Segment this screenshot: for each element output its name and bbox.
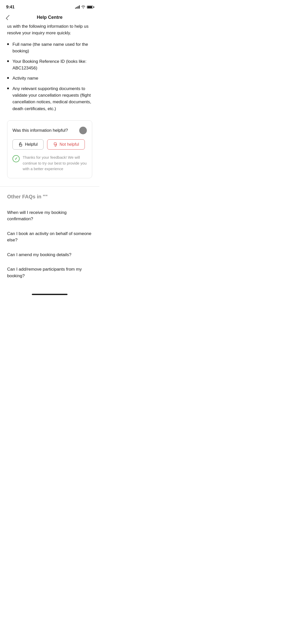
not-helpful-label: Not helpful <box>60 142 79 147</box>
main-content: us with the following information to hel… <box>0 23 99 178</box>
faq-heading: Other FAQs in "" <box>7 194 92 200</box>
back-button[interactable] <box>6 15 10 20</box>
bullet-dot <box>7 87 9 89</box>
intro-text: us with the following information to hel… <box>7 23 92 36</box>
status-bar: 9:41 <box>0 0 99 13</box>
faq-item[interactable]: Can I add/remove participants from my bo… <box>7 262 92 283</box>
feedback-success-text: Thanks for your feedback! We will contin… <box>23 155 87 172</box>
bullet-dot <box>7 43 9 45</box>
battery-icon <box>87 6 93 9</box>
signal-icon <box>75 6 80 9</box>
feedback-buttons: Helpful Not helpful <box>12 139 87 150</box>
nav-header: Help Centre <box>0 13 99 23</box>
home-bar <box>32 294 67 295</box>
bullet-list: Full name (the same name used for the bo… <box>7 41 92 112</box>
helpful-button[interactable]: Helpful <box>12 139 44 150</box>
section-divider <box>0 186 99 187</box>
list-item: Your Booking Reference ID (looks like: A… <box>7 58 92 72</box>
check-circle-icon: ✓ <box>12 155 20 162</box>
not-helpful-button[interactable]: Not helpful <box>47 139 85 150</box>
feedback-card: Was this information helpful? Helpful No… <box>7 120 92 178</box>
status-time: 9:41 <box>6 5 15 10</box>
faq-section: Other FAQs in "" When will I receive my … <box>0 194 99 283</box>
feedback-question: Was this information helpful? <box>12 128 68 133</box>
status-icons <box>75 6 93 9</box>
helpful-label: Helpful <box>25 142 38 147</box>
faq-item[interactable]: Can I amend my booking details? <box>7 248 92 262</box>
list-item: Activity name <box>7 75 92 82</box>
feedback-header: Was this information helpful? <box>12 127 87 134</box>
bullet-dot <box>7 60 9 62</box>
home-indicator <box>0 291 99 297</box>
page-title: Help Centre <box>37 15 62 20</box>
list-item: Any relevant supporting documents to val… <box>7 85 92 112</box>
list-item: Full name (the same name used for the bo… <box>7 41 92 55</box>
wifi-icon <box>81 6 85 9</box>
faq-item[interactable]: Can I book an activity on behalf of some… <box>7 227 92 247</box>
feedback-success: ✓ Thanks for your feedback! We will cont… <box>12 155 87 172</box>
feedback-dot <box>79 127 87 134</box>
bullet-dot <box>7 77 9 79</box>
faq-item[interactable]: When will I receive my booking confirmat… <box>7 206 92 226</box>
